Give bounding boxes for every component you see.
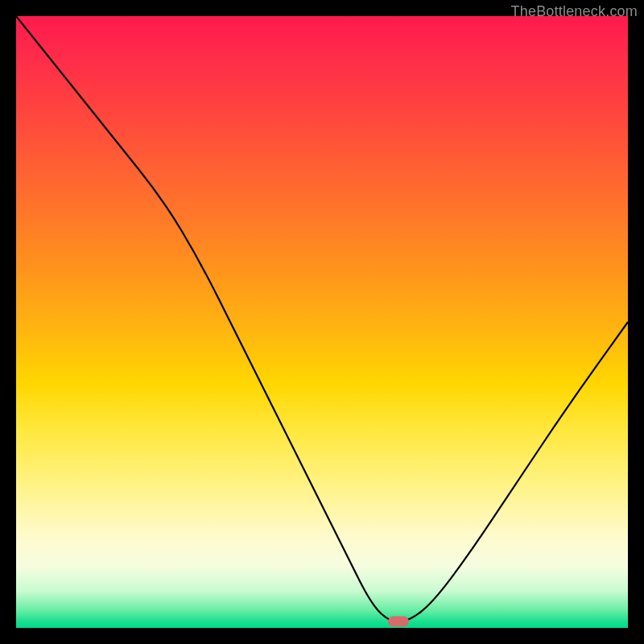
bottleneck-curve — [16, 16, 628, 628]
plot-area — [16, 16, 628, 628]
optimal-point-marker — [388, 617, 409, 627]
curve-path — [16, 16, 628, 621]
chart-frame: TheBottleneck.com — [0, 0, 644, 644]
